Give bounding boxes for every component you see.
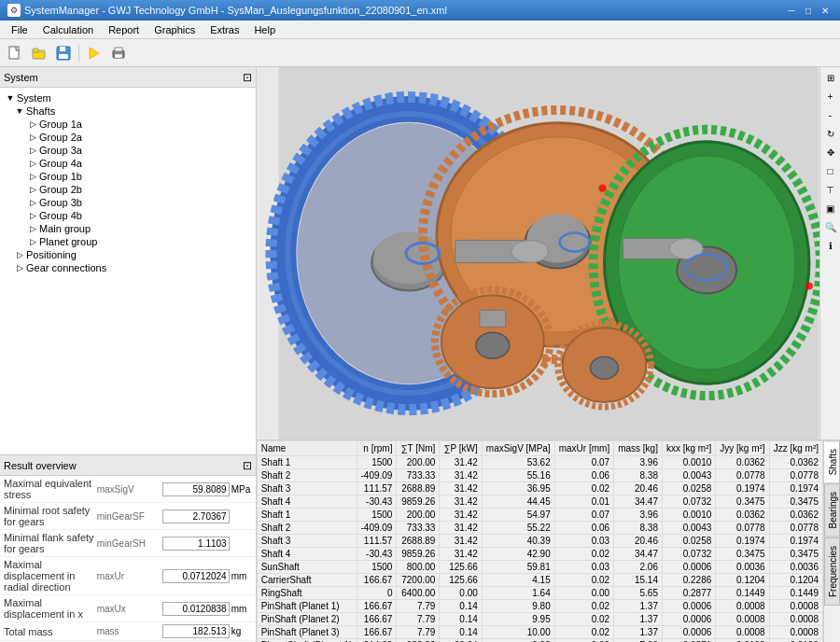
table-row[interactable]: PlanetShaft (Planet 1)-214.29933.3620.94… [257,639,822,643]
table-row[interactable]: SunShaft1500800.00125.6659.810.032.060.0… [257,561,822,574]
table-header-cell: n [rpm] [357,441,397,456]
result-label: Maximal displacement in radial direction [4,559,97,593]
tree-positioning[interactable]: ▷ Positioning [0,248,256,261]
table-cell: 40.39 [482,535,554,548]
system-panel-expand[interactable]: ⊡ [243,71,252,84]
table-row[interactable]: PinShaft (Planet 2)166.677.790.149.950.0… [257,613,822,626]
svg-point-32 [511,241,548,263]
calc-button[interactable] [83,42,105,64]
menu-extras[interactable]: Extras [203,22,246,37]
menu-file[interactable]: File [4,22,35,37]
result-panel-expand[interactable]: ⊡ [243,459,252,472]
table-row[interactable]: Shaft 2-409.09733.3331.4255.160.068.380.… [257,469,822,482]
table-row[interactable]: Shaft 11500200.0031.4254.970.073.960.001… [257,509,822,522]
rotate-button[interactable]: ↻ [822,125,839,142]
table-row[interactable]: PinShaft (Planet 3)166.677.790.1410.000.… [257,626,822,639]
result-key: maxUr [97,571,162,581]
result-row: Total mass mass 182.513 kg [0,622,256,641]
tree-planetgroup[interactable]: ▷ Planet group [0,235,256,248]
table-cell: Shaft 2 [257,469,357,482]
titlebar-controls[interactable]: ─ □ ✕ [784,4,833,17]
right-panel: ⊞ + - ↻ ✥ □ ⊤ ▣ 🔍 ℹ Namen [rpm]∑T [Nm]∑P [257,67,840,642]
table-cell: 1.37 [614,600,663,613]
table-cell: 0.1974 [769,482,822,495]
table-cell: 1.37 [614,613,663,626]
result-key: maxUx [97,604,162,614]
open-button[interactable] [28,42,50,64]
table-row[interactable]: Shaft 3111.572688.8931.4236.950.0220.460… [257,482,822,495]
table-row[interactable]: PinShaft (Planet 1)166.677.790.149.800.0… [257,600,822,613]
print-button[interactable] [107,42,130,64]
zoom-out-button[interactable]: - [822,106,839,123]
table-cell: 200.00 [397,456,440,469]
table-row[interactable]: RingShaft06400.000.001.640.005.650.28770… [257,587,822,600]
tab-bearings[interactable]: Bearings [824,483,840,537]
data-area: Namen [rpm]∑T [Nm]∑P [kW]maxSigV [MPa]ma… [257,440,840,642]
table-cell: 0.0010 [662,456,715,469]
table-cell: 0.0008 [769,626,822,639]
new-button[interactable] [4,42,26,64]
menu-graphics[interactable]: Graphics [147,22,203,37]
table-row[interactable]: Shaft 4-30.439859.2631.4242.900.0234.470… [257,548,822,561]
table-row[interactable]: Shaft 2-409.09733.3331.4255.220.068.380.… [257,522,822,535]
table-cell: 0.02 [554,574,613,587]
minimize-button[interactable]: ─ [784,4,799,17]
table-row[interactable]: CarrierShaft166.677200.00125.664.150.021… [257,574,822,587]
table-cell: 0.03 [554,561,613,574]
table-row[interactable]: Shaft 4-30.439859.2631.4244.450.0134.470… [257,495,822,509]
viewport[interactable]: ⊞ + - ↻ ✥ □ ⊤ ▣ 🔍 ℹ [257,67,840,440]
tab-frequencies[interactable]: Frequencies [824,537,840,606]
tree-gearconnections[interactable]: ▷ Gear connections [0,261,256,274]
table-row[interactable]: Shaft 11500200.0031.4253.620.073.960.001… [257,456,822,469]
table-cell: 0.0008 [716,626,769,639]
pan-button[interactable]: ✥ [822,144,839,160]
tree-group1a[interactable]: ▷ Group 1a [0,118,256,131]
maximize-button[interactable]: □ [801,4,816,17]
tree-group2b[interactable]: ▷ Group 2b [0,183,256,196]
table-cell: 4.15 [482,574,554,587]
tab-shafts[interactable]: Shafts [824,440,840,483]
titlebar-left: ⚙ SystemManager - GWJ Technology GmbH - … [7,4,447,17]
view3d-button[interactable]: □ [822,162,839,179]
svg-rect-4 [60,47,65,51]
data-table-container[interactable]: Namen [rpm]∑T [Nm]∑P [kW]maxSigV [MPa]ma… [257,440,823,642]
table-cell: CarrierShaft [257,574,357,587]
view-front-button[interactable]: ▣ [822,200,839,216]
close-button[interactable]: ✕ [818,4,833,17]
tree-maingroup[interactable]: ▷ Main group [0,222,256,235]
table-row[interactable]: Shaft 3111.572688.8931.4240.390.0320.460… [257,535,822,548]
tree-group4a[interactable]: ▷ Group 4a [0,157,256,170]
result-label: Maximal equivalent stress [4,478,97,500]
result-key: minGearSF [97,511,162,522]
save-button[interactable] [52,42,75,64]
table-cell: -214.29 [357,639,397,643]
table-cell: 0.0043 [662,522,715,535]
table-cell: 0.0006 [662,600,715,613]
table-cell: 0.0778 [716,522,769,535]
table-cell: 0.02 [554,626,613,639]
search-button[interactable]: 🔍 [822,218,839,235]
info-button[interactable]: ℹ [822,237,839,254]
zoom-fit-button[interactable]: ⊞ [822,69,839,86]
tree-group1b[interactable]: ▷ Group 1b [0,170,256,183]
tree-group2a[interactable]: ▷ Group 2a [0,131,256,144]
table-cell: -409.09 [357,469,397,482]
tree-group3b[interactable]: ▷ Group 3b [0,196,256,209]
menubar: File Calculation Report Graphics Extras … [0,21,840,39]
table-cell: Shaft 1 [257,509,357,522]
tree-root[interactable]: ▼ System [0,91,256,105]
result-unit: kg [231,626,252,636]
result-label: Minimal flank safety for gears [4,532,97,554]
view-top-button[interactable]: ⊤ [822,181,839,198]
tree-group4b[interactable]: ▷ Group 4b [0,209,256,222]
menu-calculation[interactable]: Calculation [35,22,101,37]
table-cell: 0.1974 [716,535,769,548]
menu-help[interactable]: Help [246,22,283,37]
tree-shafts[interactable]: ▼ Shafts [0,105,256,118]
tree-group3a[interactable]: ▷ Group 3a [0,144,256,157]
result-value: 0.0712024 [162,569,230,583]
zoom-in-button[interactable]: + [822,88,839,105]
table-cell: 166.67 [357,600,397,613]
table-cell: 0.0362 [716,509,769,522]
menu-report[interactable]: Report [101,22,147,37]
